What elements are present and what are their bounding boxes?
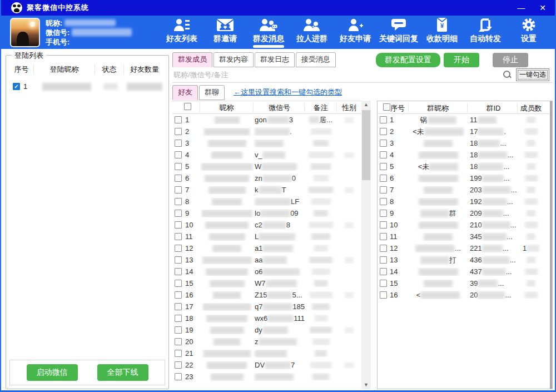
table-row[interactable]: 13aa: [172, 254, 361, 266]
table-row[interactable]: 15W7: [172, 277, 361, 289]
table-row[interactable]: 5<未18...: [378, 161, 552, 172]
row-checkbox[interactable]: [380, 291, 387, 299]
row-checkbox[interactable]: [175, 280, 182, 287]
table-row[interactable]: 4v_: [172, 149, 361, 161]
row-checkbox[interactable]: [380, 256, 387, 264]
row-checkbox[interactable]: [380, 198, 387, 205]
tab-group-send-log[interactable]: 群发日志: [255, 52, 295, 67]
table-row[interactable]: 21: [172, 348, 361, 359]
row-checkbox[interactable]: [380, 175, 387, 182]
tab-group-send-content[interactable]: 群发内容: [214, 52, 254, 67]
row-checkbox[interactable]: [175, 116, 182, 123]
table-row[interactable]: 3: [172, 137, 361, 149]
row-checkbox[interactable]: [175, 326, 182, 334]
subtab-groups[interactable]: 群聊: [199, 85, 225, 100]
table-row[interactable]: 318...: [378, 137, 552, 149]
close-button[interactable]: ✕: [539, 4, 546, 12]
table-row[interactable]: 1gon3居...: [172, 114, 361, 126]
row-checkbox[interactable]: [175, 268, 182, 275]
search-input[interactable]: [173, 71, 501, 79]
table-row[interactable]: 19dy: [172, 324, 361, 336]
row-checkbox[interactable]: [175, 175, 182, 182]
row-checkbox[interactable]: [175, 186, 182, 193]
table-row[interactable]: 6199...: [378, 172, 552, 184]
row-checkbox[interactable]: [380, 280, 387, 287]
nav-friend-request[interactable]: 好友申请: [335, 18, 376, 47]
row-checkbox[interactable]: [380, 128, 387, 135]
table-row[interactable]: 22DV7: [172, 359, 361, 371]
row-checkbox[interactable]: [380, 163, 387, 170]
table-row[interactable]: 10c28: [172, 219, 361, 231]
row-checkbox[interactable]: [175, 315, 182, 322]
nav-keyword-reply[interactable]: 关键词回复: [378, 18, 419, 47]
table-row[interactable]: 14437...: [378, 266, 552, 277]
nav-pull-into-group[interactable]: 拉人进群: [291, 18, 332, 47]
row-checkbox[interactable]: [175, 151, 182, 158]
row-checkbox[interactable]: [175, 128, 182, 135]
table-row[interactable]: 13打436...: [378, 254, 552, 266]
nav-auto-forward[interactable]: 自动转发: [465, 18, 506, 47]
friends-select-all-checkbox[interactable]: [184, 103, 191, 110]
row-checkbox[interactable]: [175, 256, 182, 264]
nav-friend-list[interactable]: 好友列表: [161, 18, 202, 47]
groups-select-all-checkbox[interactable]: [383, 103, 390, 111]
start-button[interactable]: 开始: [444, 53, 479, 67]
nav-group-invite[interactable]: 群邀请: [205, 18, 246, 47]
row-checkbox[interactable]: [175, 163, 182, 170]
row-checkbox[interactable]: [175, 245, 182, 252]
table-row[interactable]: 2.: [172, 126, 361, 137]
row-checkbox[interactable]: [380, 233, 387, 240]
stop-button[interactable]: 停止: [493, 53, 528, 67]
row-checkbox[interactable]: [175, 221, 182, 229]
row-checkbox[interactable]: [175, 338, 182, 345]
table-row[interactable]: 2<未17.: [378, 126, 552, 137]
row-checkbox[interactable]: [175, 233, 182, 240]
select-all-button[interactable]: 一键勾选: [516, 68, 549, 81]
row-checkbox[interactable]: [380, 245, 387, 252]
scrollbar-thumb[interactable]: [362, 110, 370, 180]
table-row[interactable]: 18wx6111: [172, 312, 361, 324]
subtab-friends[interactable]: 好友: [172, 85, 198, 100]
groups-scrollbar[interactable]: [550, 101, 552, 389]
table-row[interactable]: 418...: [378, 149, 552, 161]
login-row-checkbox[interactable]: [13, 83, 20, 90]
table-row[interactable]: 10210...: [378, 219, 552, 231]
launch-wechat-button[interactable]: 启动微信: [27, 364, 78, 381]
row-checkbox[interactable]: [175, 303, 182, 310]
row-checkbox[interactable]: [175, 373, 182, 380]
table-row[interactable]: 16<20...: [378, 289, 552, 301]
row-checkbox[interactable]: [175, 350, 182, 357]
table-row[interactable]: 17q7185: [172, 301, 361, 312]
row-checkbox[interactable]: [175, 198, 182, 205]
table-row[interactable]: 11L: [172, 231, 361, 242]
row-checkbox[interactable]: [175, 361, 182, 369]
row-checkbox[interactable]: [380, 140, 387, 147]
table-row[interactable]: 9群209...: [378, 207, 552, 219]
table-row[interactable]: 1539...: [378, 277, 552, 289]
table-row[interactable]: 11345...: [378, 231, 552, 242]
search-icon[interactable]: [503, 71, 512, 79]
table-row[interactable]: 6zn0: [172, 172, 361, 184]
minimize-button[interactable]: —: [517, 4, 525, 12]
table-row[interactable]: 14o6: [172, 266, 361, 277]
row-checkbox[interactable]: [380, 186, 387, 193]
table-row[interactable]: 20z: [172, 336, 361, 348]
friends-scrollbar[interactable]: ▲ ▼: [361, 101, 371, 389]
group-send-config-button[interactable]: 群发配置设置: [376, 53, 440, 67]
row-checkbox[interactable]: [175, 140, 182, 147]
row-checkbox[interactable]: [380, 210, 387, 217]
tab-group-send-members[interactable]: 群发成员: [172, 52, 212, 67]
table-row[interactable]: 12a1: [172, 242, 361, 254]
row-checkbox[interactable]: [380, 268, 387, 275]
row-checkbox[interactable]: [380, 151, 387, 158]
scroll-up-icon[interactable]: ▲: [364, 101, 369, 109]
tab-receive-messages[interactable]: 接受消息: [296, 52, 336, 67]
nav-group-message[interactable]: 群发消息: [248, 18, 289, 47]
nav-settings[interactable]: 设置: [508, 18, 549, 47]
row-checkbox[interactable]: [175, 291, 182, 299]
row-checkbox[interactable]: [175, 210, 182, 217]
table-row[interactable]: 16Z155...: [172, 289, 361, 301]
table-row[interactable]: 23: [172, 371, 361, 383]
table-row[interactable]: 5W: [172, 161, 361, 172]
all-offline-button[interactable]: 全部下线: [97, 364, 148, 381]
